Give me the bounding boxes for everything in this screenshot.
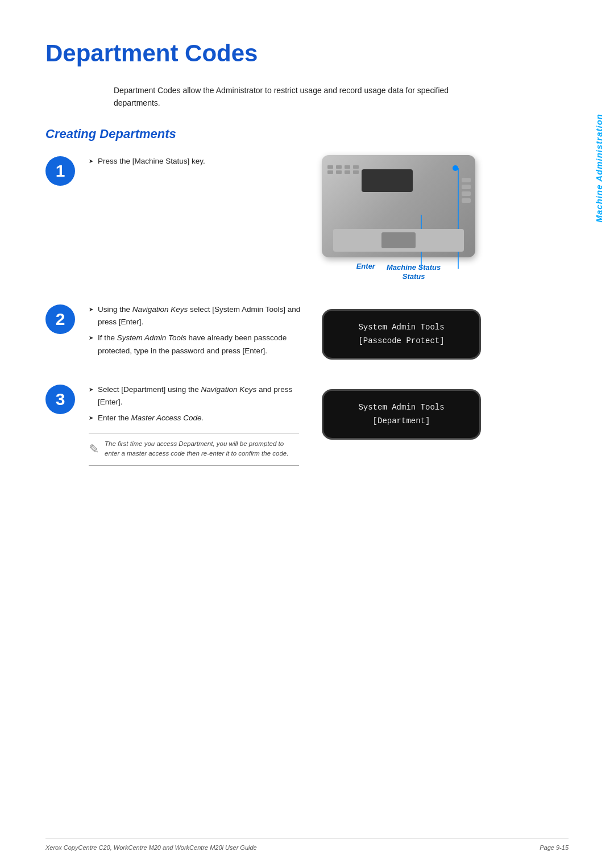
step-1-circle: 1 xyxy=(45,156,75,186)
step-1-instruction-1: Press the [Machine Status] key. xyxy=(89,155,305,168)
step-3-lcd: System Admin Tools [Department] xyxy=(322,389,481,440)
machine-image xyxy=(322,155,475,257)
step-2-content: Using the Navigation Keys select [System… xyxy=(89,303,305,361)
step-3-instruction-2: Enter the Master Access Code. xyxy=(89,412,305,424)
step-3-content: Select [Department] using the Navigation… xyxy=(89,383,305,466)
footer-right: Page 9-15 xyxy=(540,844,569,851)
page-title: Department Codes xyxy=(45,40,569,67)
step-2-circle: 2 xyxy=(45,304,75,334)
step-3-instruction-1: Select [Department] using the Navigation… xyxy=(89,383,305,409)
page-footer: Xerox CopyCentre C20, WorkCentre M20 and… xyxy=(45,838,569,851)
step-2-row: 2 Using the Navigation Keys select [Syst… xyxy=(45,303,569,361)
page-container: Machine Administration Department Codes … xyxy=(0,0,614,868)
note-text: The first time you access Department, yo… xyxy=(105,439,299,459)
step-2-instruction-2: If the System Admin Tools have already b… xyxy=(89,332,305,357)
step-1-row: 1 Press the [Machine Status] key. xyxy=(45,155,569,281)
side-label: Machine Administration xyxy=(594,114,604,222)
note-icon: ✎ xyxy=(89,439,99,460)
step-3-circle: 3 xyxy=(45,385,75,414)
step-3-row: 3 Select [Department] using the Navigati… xyxy=(45,383,569,466)
step-2-lcd: System Admin Tools [Passcode Protect] xyxy=(322,309,481,360)
section-heading: Creating Departments xyxy=(45,127,569,141)
enter-machine-labels: Enter Machine Status Status xyxy=(356,262,441,281)
intro-text: Department Codes allow the Administrator… xyxy=(114,84,455,110)
step-3-note: ✎ The first time you access Department, … xyxy=(89,433,299,466)
step-2-instruction-1: Using the Navigation Keys select [System… xyxy=(89,303,305,329)
step-1-content: Press the [Machine Status] key. xyxy=(89,155,305,171)
footer-left: Xerox CopyCentre C20, WorkCentre M20 and… xyxy=(45,844,257,851)
step-1-image: Enter Machine Status Status xyxy=(322,155,475,281)
